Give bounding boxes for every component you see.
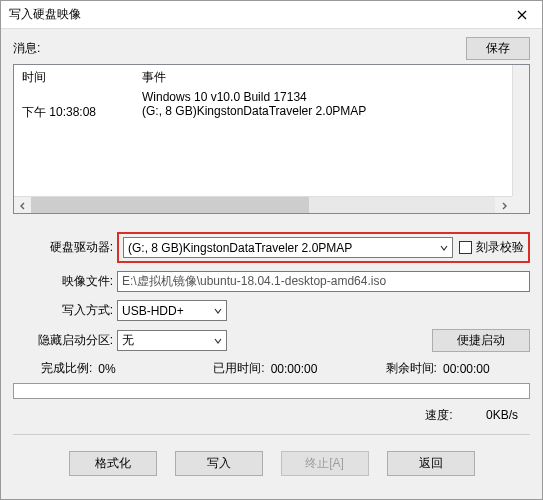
col-header-event: 事件 — [142, 69, 521, 86]
close-icon — [517, 10, 527, 20]
col-header-time: 时间 — [22, 69, 142, 86]
image-value: E:\虚拟机镜像\ubuntu-18.04.1-desktop-amd64.is… — [122, 273, 386, 290]
remain-label: 剩余时间: — [358, 360, 443, 377]
verify-checkbox[interactable] — [459, 241, 472, 254]
done-value: 0% — [98, 362, 185, 376]
chevron-down-icon — [434, 241, 448, 255]
speed-value: 0KB/s — [486, 408, 518, 422]
image-label: 映像文件: — [13, 273, 117, 290]
list-item: Windows 10 v10.0 Build 17134 — [22, 90, 521, 104]
chevron-down-icon — [208, 334, 222, 348]
separator — [13, 434, 530, 435]
method-value: USB-HDD+ — [122, 304, 184, 318]
portable-boot-button[interactable]: 便捷启动 — [432, 329, 530, 352]
back-button[interactable]: 返回 — [387, 451, 475, 476]
drive-select[interactable]: (G:, 8 GB)KingstonDataTraveler 2.0PMAP — [123, 237, 453, 258]
hidden-value: 无 — [122, 332, 134, 349]
drive-label: 硬盘驱动器: — [13, 239, 117, 256]
write-button[interactable]: 写入 — [175, 451, 263, 476]
verify-label: 刻录校验 — [476, 239, 524, 256]
vertical-scrollbar[interactable] — [512, 65, 529, 196]
progress-bar — [13, 383, 530, 399]
title-bar: 写入硬盘映像 — [1, 1, 542, 29]
drive-highlight-box: (G:, 8 GB)KingstonDataTraveler 2.0PMAP 刻… — [117, 232, 530, 263]
save-button[interactable]: 保存 — [466, 37, 530, 60]
image-path-field[interactable]: E:\虚拟机镜像\ubuntu-18.04.1-desktop-amd64.is… — [117, 271, 530, 292]
hidden-label: 隐藏启动分区: — [13, 332, 117, 349]
horizontal-scrollbar[interactable] — [14, 196, 512, 213]
scroll-thumb[interactable] — [31, 197, 309, 213]
window-title: 写入硬盘映像 — [9, 6, 81, 23]
list-item: 下午 10:38:08 (G:, 8 GB)KingstonDataTravel… — [22, 104, 521, 121]
abort-button: 终止[A] — [281, 451, 369, 476]
close-button[interactable] — [502, 1, 542, 29]
cell-time — [22, 90, 142, 104]
hidden-partition-select[interactable]: 无 — [117, 330, 227, 351]
done-label: 完成比例: — [13, 360, 98, 377]
elapsed-label: 已用时间: — [185, 360, 270, 377]
remain-value: 00:00:00 — [443, 362, 530, 376]
method-label: 写入方式: — [13, 302, 117, 319]
cell-time: 下午 10:38:08 — [22, 104, 142, 121]
elapsed-value: 00:00:00 — [271, 362, 358, 376]
info-label: 消息: — [13, 40, 466, 57]
scroll-right-icon[interactable] — [495, 197, 512, 214]
write-method-select[interactable]: USB-HDD+ — [117, 300, 227, 321]
cell-event: (G:, 8 GB)KingstonDataTraveler 2.0PMAP — [142, 104, 521, 121]
speed-label: 速度: — [425, 407, 452, 424]
cell-event: Windows 10 v10.0 Build 17134 — [142, 90, 521, 104]
format-button[interactable]: 格式化 — [69, 451, 157, 476]
message-list: 时间 事件 Windows 10 v10.0 Build 17134 下午 10… — [13, 64, 530, 214]
scroll-left-icon[interactable] — [14, 197, 31, 214]
chevron-down-icon — [208, 304, 222, 318]
drive-value: (G:, 8 GB)KingstonDataTraveler 2.0PMAP — [128, 241, 352, 255]
